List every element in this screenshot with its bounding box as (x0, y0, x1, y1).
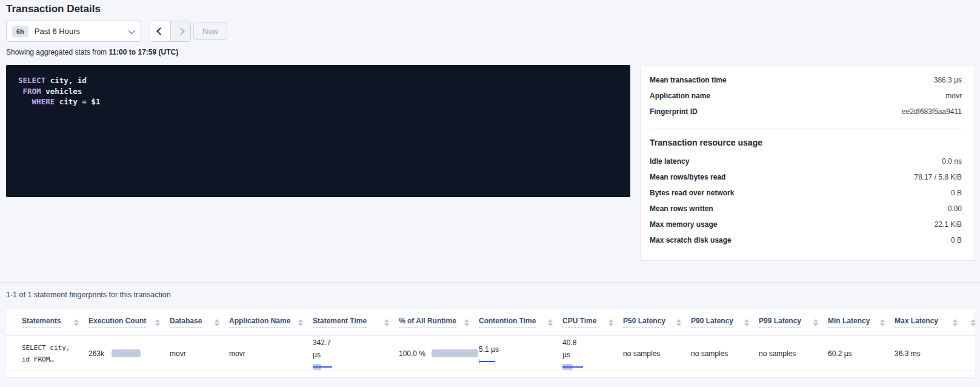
sort-icon (744, 319, 749, 326)
sort-icon (298, 319, 303, 326)
column-header-statement-time[interactable]: Statement Time (313, 317, 399, 328)
column-header-cpu-time[interactable]: CPU Time (562, 317, 623, 328)
sort-icon (880, 319, 885, 326)
sql-line: WHERE city = $1 (18, 96, 618, 107)
time-nav-group (150, 21, 191, 42)
column-header-statements[interactable]: Statements (22, 317, 88, 328)
resource-row: Bytes read over network 0 B (650, 189, 962, 204)
stats-range: 11:00 to 17:59 (UTC) (108, 48, 178, 56)
chevron-left-icon (156, 27, 164, 35)
summary-divider (650, 129, 962, 129)
sql-line: SELECT city, id (18, 75, 618, 86)
time-range-label: Past 6 Hours (35, 27, 128, 36)
column-header-min-latency[interactable]: Min Latency (828, 317, 895, 328)
table-header-row: Statements Execution Count Database Appl… (6, 309, 975, 336)
now-button[interactable]: Now (193, 22, 227, 40)
column-header-pct-runtime[interactable]: % of All Runtime (399, 317, 479, 328)
execution-count-bar (112, 349, 141, 357)
time-range-badge: 6h (12, 26, 28, 37)
statement-time-bar (313, 364, 399, 370)
cell-min-latency: 60.2 µs (828, 349, 895, 358)
column-header-p90-latency[interactable]: P90 Latency (691, 317, 759, 328)
time-range-dropdown[interactable]: 6h Past 6 Hours (6, 21, 141, 42)
resource-row: Max memory usage 22.1 KiB (650, 220, 962, 236)
sort-icon (813, 319, 818, 326)
statement-row: SELECT city,id FROM… 263k movr movr 342.… (6, 336, 975, 371)
aggregated-stats-line: Showing aggregated stats from 11:00 to 1… (6, 48, 178, 56)
sort-icon (155, 319, 160, 326)
sort-icon (384, 319, 389, 326)
chevron-right-icon (177, 27, 185, 35)
summary-row: Application name movr (650, 92, 962, 107)
sort-icon (953, 319, 958, 326)
cell-pct-runtime: 100.0 % (399, 348, 479, 360)
contention-time-bar (479, 359, 496, 364)
stats-prefix: Showing aggregated stats from (6, 48, 108, 56)
sort-icon (215, 319, 219, 326)
transaction-summary-card: Mean transaction time 386.3 µs Applicati… (640, 65, 975, 261)
resource-row: Idle latency 0.0 ns (650, 157, 962, 173)
cell-p50-latency: no samples (623, 349, 691, 358)
resource-row: Mean rows written 0.00 (650, 204, 962, 220)
sort-icon (74, 319, 79, 326)
cell-contention-time: 5.1 µs (479, 343, 562, 364)
cell-cpu-time: 40.8 µs (562, 337, 623, 370)
section-divider (0, 282, 980, 283)
statement-link[interactable]: SELECT city,id FROM… (22, 342, 88, 365)
resource-usage-title: Transaction resource usage (650, 138, 962, 147)
sort-icon-clipped (971, 319, 975, 326)
column-header-execution-count[interactable]: Execution Count (88, 317, 170, 328)
column-header-p50-latency[interactable]: P50 Latency (623, 317, 691, 328)
sort-icon (608, 319, 613, 326)
cell-p99-latency: no samples (759, 349, 828, 358)
cell-statement-time: 342.7 µs (313, 337, 399, 370)
statements-table: Statements Execution Count Database Appl… (6, 309, 975, 377)
sort-icon (464, 319, 469, 326)
pct-runtime-bar (432, 349, 478, 357)
resource-row: Mean rows/bytes read 78.17 / 5.8 KiB (650, 173, 962, 189)
column-header-database[interactable]: Database (170, 317, 229, 328)
summary-row: Fingerprint ID ee2df683f5aa9411 (650, 107, 962, 123)
resource-row: Max scratch disk usage 0 B (650, 236, 962, 252)
cell-application-name: movr (229, 349, 313, 358)
prev-time-button[interactable] (150, 21, 170, 41)
cpu-time-bar (562, 364, 623, 370)
column-header-max-latency[interactable]: Max Latency (895, 317, 967, 328)
column-header-p99-latency[interactable]: P99 Latency (759, 317, 828, 328)
cell-max-latency: 36.3 ms (895, 349, 967, 358)
chevron-down-icon (128, 27, 135, 33)
sort-icon (676, 319, 681, 326)
cell-database: movr (170, 349, 229, 358)
next-time-button[interactable] (170, 21, 190, 41)
sort-icon (548, 319, 553, 326)
sql-line: FROM vehicles (18, 86, 618, 97)
column-header-application-name[interactable]: Application Name (229, 317, 313, 328)
sql-statement-box: SELECT city, id FROM vehicles WHERE city… (6, 65, 630, 197)
column-header-contention-time[interactable]: Contention Time (479, 317, 562, 328)
transaction-details-page: Transaction Details 6h Past 6 Hours Now … (0, 0, 980, 387)
page-title: Transaction Details (6, 3, 101, 15)
cell-execution-count: 263k (88, 349, 170, 358)
summary-row: Mean transaction time 386.3 µs (650, 76, 962, 92)
cell-statement: SELECT city,id FROM… (22, 342, 88, 365)
cell-p90-latency: no samples (691, 349, 759, 358)
statements-caption: 1-1 of 1 statement fingerprints for this… (6, 291, 171, 299)
